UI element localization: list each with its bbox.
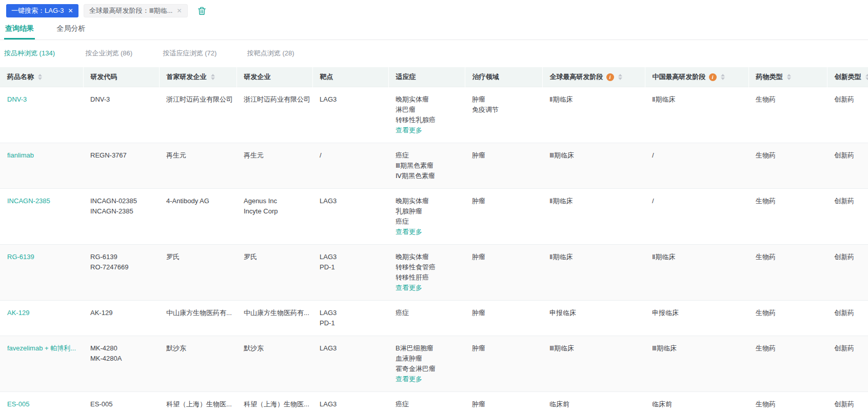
cell-text: 创新药 — [834, 399, 861, 409]
cell-line: DNV-3 — [90, 94, 152, 105]
cell-codes: INCAGN-02385INCAGN-2385 — [83, 189, 159, 245]
cell-text: 创新药 — [834, 308, 861, 318]
cell-line: 癌症 — [396, 150, 458, 161]
col-header-global_stage[interactable]: 全球最高研发阶段i — [542, 67, 645, 87]
cell-indications: 晚期实体瘤转移性食管癌转移性肝癌查看更多 — [388, 245, 465, 301]
close-icon[interactable]: ✕ — [176, 8, 182, 14]
sort-arrows-icon[interactable] — [787, 74, 791, 80]
cell-first_dev: 科望（上海）生物医... — [159, 392, 236, 412]
close-icon[interactable]: ✕ — [68, 8, 73, 14]
cell-drug_type: 生物药 — [748, 87, 827, 143]
subtab-by-company[interactable]: 按企业浏览 (86) — [85, 49, 132, 58]
subtab-by-product[interactable]: 按品种浏览 (134) — [4, 49, 55, 58]
drug-name-link[interactable]: ES-005 — [7, 400, 29, 408]
col-header-label: 靶点 — [320, 73, 333, 81]
cell-text: 创新药 — [834, 150, 861, 161]
filter-tag-stage[interactable]: 全球最高研发阶段：Ⅲ期临... ✕ — [84, 4, 188, 17]
col-header-name[interactable]: 药品名称 — [0, 67, 83, 87]
cell-global_stage: 临床前 — [542, 392, 645, 412]
cell-china_stage: Ⅱ期临床 — [645, 245, 748, 301]
cell-line: 晚期实体瘤 — [396, 196, 458, 206]
subtab-by-target[interactable]: 按靶点浏览 (28) — [247, 49, 294, 58]
cell-text: Ⅱ期临床 — [549, 94, 638, 105]
cell-text: 创新药 — [834, 94, 861, 105]
info-icon[interactable]: i — [606, 73, 614, 81]
drug-name-link[interactable]: fianlimab — [7, 151, 34, 159]
cell-first_dev: 4-Antibody AG — [159, 189, 236, 245]
cell-innovation: 创新药 — [827, 87, 868, 143]
cell-line: 再生元 — [166, 150, 229, 161]
cell-text: 创新药 — [834, 196, 861, 206]
trash-icon[interactable] — [197, 6, 207, 16]
sort-arrows-icon[interactable] — [865, 74, 868, 80]
subtab-by-indication[interactable]: 按适应症浏览 (72) — [163, 49, 217, 58]
view-more-link[interactable]: 查看更多 — [396, 375, 422, 383]
cell-text: Ⅱ期临床 — [549, 196, 638, 206]
col-header-innovation[interactable]: 创新类型 — [827, 67, 868, 87]
sort-arrows-icon[interactable] — [211, 74, 215, 80]
tab-global-analysis[interactable]: 全局分析 — [55, 24, 86, 40]
cell-line: 罗氏 — [244, 252, 305, 262]
cell-line: Incyte Corp — [244, 206, 305, 217]
table-row: DNV-3DNV-3浙江时迈药业有限公司浙江时迈药业有限公司LAG3晚期实体瘤淋… — [0, 87, 868, 143]
filter-tag-search[interactable]: 一键搜索：LAG-3 ✕ — [6, 4, 78, 17]
cell-text: Ⅱ期临床 — [652, 94, 741, 105]
table-header-row: 药品名称研发代码首家研发企业研发企业靶点适应症治疗领域全球最高研发阶段i中国最高… — [0, 67, 868, 87]
col-header-first_dev[interactable]: 首家研发企业 — [159, 67, 236, 87]
cell-line: INCAGN-02385 — [90, 196, 152, 206]
cell-line: 再生元 — [244, 150, 305, 161]
cell-text: / — [652, 196, 741, 206]
col-header-label: 适应症 — [396, 73, 416, 81]
table-row: ES-005ES-005科望（上海）生物医...科望（上海）生物医...LAG3… — [0, 392, 868, 412]
sort-arrows-icon[interactable] — [721, 74, 725, 80]
sort-arrows-icon[interactable] — [38, 74, 42, 80]
sort-arrows-icon[interactable] — [618, 74, 622, 80]
tab-query-results[interactable]: 查询结果 — [4, 24, 35, 40]
subtabs: 按品种浏览 (134) 按企业浏览 (86) 按适应症浏览 (72) 按靶点浏览… — [0, 48, 868, 58]
table-row: AK-129AK-129中山康方生物医药有...中山康方生物医药有...LAG3… — [0, 301, 868, 336]
drug-name-link[interactable]: AK-129 — [7, 309, 29, 317]
cell-line: INCAGN-2385 — [90, 206, 152, 217]
view-more-link[interactable]: 查看更多 — [396, 126, 422, 134]
cell-text: 生物药 — [756, 252, 820, 262]
col-header-label: 创新类型 — [835, 73, 861, 81]
view-more-link[interactable]: 查看更多 — [396, 284, 422, 291]
cell-drug_type: 生物药 — [748, 189, 827, 245]
cell-areas: 肿瘤 — [465, 392, 542, 412]
cell-line: 转移性乳腺癌 — [396, 115, 458, 125]
cell-line: 肿瘤 — [472, 308, 535, 318]
cell-global_stage: Ⅲ期临床 — [542, 143, 645, 189]
col-header-china_stage[interactable]: 中国最高研发阶段i — [645, 67, 748, 87]
view-more-link[interactable]: 查看更多 — [396, 228, 422, 236]
drug-name-link[interactable]: INCAGN-2385 — [7, 197, 50, 205]
col-header-areas: 治疗领域 — [465, 67, 542, 87]
filter-tag-stage-label: 全球最高研发阶段：Ⅲ期临... — [89, 6, 173, 15]
cell-innovation: 创新药 — [827, 392, 868, 412]
drug-name-link[interactable]: favezelimab + 帕博利... — [7, 344, 76, 352]
info-icon[interactable]: i — [709, 73, 717, 81]
cell-line: MK-4280A — [90, 354, 152, 364]
cell-line: LAG3 — [320, 308, 381, 318]
cell-line: PD-1 — [320, 318, 381, 328]
col-header-drug_type[interactable]: 药物类型 — [748, 67, 827, 87]
cell-indications: B淋巴细胞瘤血液肿瘤霍奇金淋巴瘤查看更多 — [388, 336, 465, 392]
cell-codes: AK-129 — [83, 301, 159, 336]
col-header-dev: 研发企业 — [236, 67, 312, 87]
col-header-label: 全球最高研发阶段 — [550, 73, 603, 81]
drug-name-link[interactable]: RG-6139 — [7, 253, 34, 261]
table-row: favezelimab + 帕博利...MK-4280MK-4280A默沙东默沙… — [0, 336, 868, 392]
drug-name-link[interactable]: DNV-3 — [7, 95, 27, 103]
cell-first_dev: 默沙东 — [159, 336, 236, 392]
filter-tag-search-label: 一键搜索：LAG-3 — [11, 6, 64, 15]
cell-line: REGN-3767 — [90, 150, 152, 161]
cell-dev: 中山康方生物医药有... — [236, 301, 312, 336]
cell-dev: 罗氏 — [236, 245, 312, 301]
table-row: INCAGN-2385INCAGN-02385INCAGN-23854-Anti… — [0, 189, 868, 245]
cell-name: favezelimab + 帕博利... — [0, 336, 83, 392]
cell-codes: ES-005 — [83, 392, 159, 412]
cell-targets: LAG3 — [312, 392, 388, 412]
cell-line: / — [320, 150, 381, 161]
cell-line: ES-005 — [90, 399, 152, 409]
cell-targets: LAG3 — [312, 189, 388, 245]
cell-text: 临床前 — [549, 399, 638, 409]
